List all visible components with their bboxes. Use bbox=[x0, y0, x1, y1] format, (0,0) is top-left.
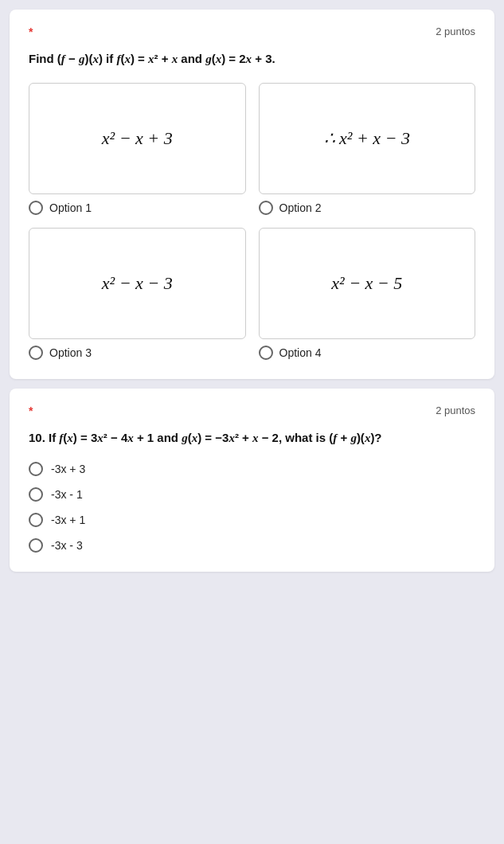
puntos-10: 2 puntos bbox=[436, 404, 475, 416]
option-text-1: Option 1 bbox=[49, 201, 92, 214]
radio-10-b[interactable] bbox=[29, 487, 43, 502]
option-box-2: ∴ x² + x − 3 bbox=[259, 83, 476, 194]
card-header-10: * 2 puntos bbox=[29, 404, 475, 417]
option-text-3: Option 3 bbox=[49, 346, 92, 359]
radio-10-d[interactable] bbox=[29, 538, 43, 553]
option-math-4: x² − x − 5 bbox=[331, 273, 402, 294]
option-list-item-a[interactable]: -3x + 3 bbox=[29, 462, 475, 476]
required-star-10: * bbox=[29, 404, 33, 417]
option-cell-1: x² − x + 3 Option 1 bbox=[29, 83, 246, 215]
option-label-3[interactable]: Option 3 bbox=[29, 346, 246, 360]
question-9-text: Find (f − g)(x) if f(x) = x² + x and g(x… bbox=[29, 49, 475, 68]
option-label-4[interactable]: Option 4 bbox=[259, 346, 476, 360]
option-10-a-text: -3x + 3 bbox=[51, 463, 85, 475]
option-cell-4: x² − x − 5 Option 4 bbox=[259, 228, 476, 360]
option-math-2: ∴ x² + x − 3 bbox=[324, 128, 410, 149]
option-list-item-b[interactable]: -3x - 1 bbox=[29, 487, 475, 502]
option-label-2[interactable]: Option 2 bbox=[259, 201, 476, 215]
radio-2[interactable] bbox=[259, 201, 273, 215]
option-box-4: x² − x − 5 bbox=[259, 228, 476, 339]
required-star-9: * bbox=[29, 25, 33, 38]
option-list-item-c[interactable]: -3x + 1 bbox=[29, 513, 475, 527]
option-cell-3: x² − x − 3 Option 3 bbox=[29, 228, 246, 360]
option-math-3: x² − x − 3 bbox=[102, 273, 173, 294]
question-9-card: * 2 puntos Find (f − g)(x) if f(x) = x² … bbox=[10, 10, 494, 379]
question-10-card: * 2 puntos 10. If f(x) = 3x² − 4x + 1 an… bbox=[10, 389, 494, 572]
radio-1[interactable] bbox=[29, 201, 43, 215]
radio-10-c[interactable] bbox=[29, 513, 43, 527]
radio-10-a[interactable] bbox=[29, 462, 43, 476]
question-10-text: 10. If f(x) = 3x² − 4x + 1 and g(x) = −3… bbox=[29, 428, 475, 447]
option-label-1[interactable]: Option 1 bbox=[29, 201, 246, 215]
option-box-1: x² − x + 3 bbox=[29, 83, 246, 194]
puntos-9: 2 puntos bbox=[436, 25, 475, 37]
radio-4[interactable] bbox=[259, 346, 273, 360]
option-10-b-text: -3x - 1 bbox=[51, 488, 83, 501]
option-math-1: x² − x + 3 bbox=[102, 128, 173, 149]
option-box-3: x² − x − 3 bbox=[29, 228, 246, 339]
radio-3[interactable] bbox=[29, 346, 43, 360]
option-10-d-text: -3x - 3 bbox=[51, 539, 83, 552]
option-text-4: Option 4 bbox=[279, 346, 322, 359]
card-header-9: * 2 puntos bbox=[29, 25, 475, 38]
option-10-c-text: -3x + 1 bbox=[51, 514, 85, 526]
options-list-10: -3x + 3 -3x - 1 -3x + 1 -3x - 3 bbox=[29, 462, 475, 553]
options-grid-9: x² − x + 3 Option 1 ∴ x² + x − 3 Option … bbox=[29, 83, 475, 360]
option-text-2: Option 2 bbox=[279, 201, 322, 214]
option-cell-2: ∴ x² + x − 3 Option 2 bbox=[259, 83, 476, 215]
option-list-item-d[interactable]: -3x - 3 bbox=[29, 538, 475, 553]
